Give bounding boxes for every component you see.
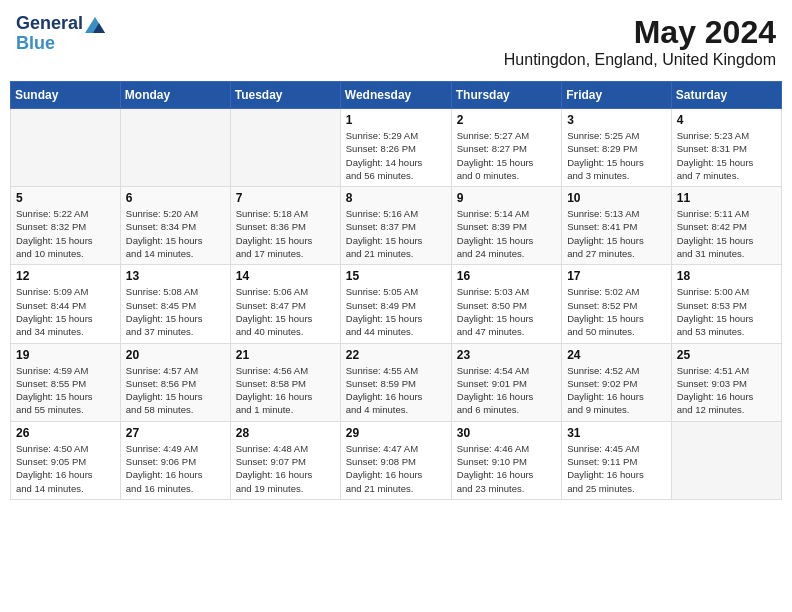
calendar-cell: 23Sunrise: 4:54 AMSunset: 9:01 PMDayligh…: [451, 343, 561, 421]
day-info: Sunrise: 5:00 AMSunset: 8:53 PMDaylight:…: [677, 285, 776, 338]
weekday-header: Thursday: [451, 82, 561, 109]
day-info: Sunrise: 5:09 AMSunset: 8:44 PMDaylight:…: [16, 285, 115, 338]
weekday-header: Wednesday: [340, 82, 451, 109]
calendar-cell: 21Sunrise: 4:56 AMSunset: 8:58 PMDayligh…: [230, 343, 340, 421]
weekday-header: Sunday: [11, 82, 121, 109]
day-number: 4: [677, 113, 776, 127]
day-number: 9: [457, 191, 556, 205]
calendar-header-row: SundayMondayTuesdayWednesdayThursdayFrid…: [11, 82, 782, 109]
day-number: 1: [346, 113, 446, 127]
day-info: Sunrise: 4:45 AMSunset: 9:11 PMDaylight:…: [567, 442, 666, 495]
day-info: Sunrise: 5:02 AMSunset: 8:52 PMDaylight:…: [567, 285, 666, 338]
calendar-table: SundayMondayTuesdayWednesdayThursdayFrid…: [10, 81, 782, 500]
calendar-cell: 3Sunrise: 5:25 AMSunset: 8:29 PMDaylight…: [562, 109, 672, 187]
logo-icon: [85, 17, 105, 33]
day-info: Sunrise: 5:25 AMSunset: 8:29 PMDaylight:…: [567, 129, 666, 182]
calendar-cell: 10Sunrise: 5:13 AMSunset: 8:41 PMDayligh…: [562, 187, 672, 265]
day-number: 30: [457, 426, 556, 440]
day-info: Sunrise: 4:56 AMSunset: 8:58 PMDaylight:…: [236, 364, 335, 417]
calendar-cell: 11Sunrise: 5:11 AMSunset: 8:42 PMDayligh…: [671, 187, 781, 265]
calendar-cell: 20Sunrise: 4:57 AMSunset: 8:56 PMDayligh…: [120, 343, 230, 421]
header-right: May 2024 Huntingdon, England, United Kin…: [504, 14, 776, 69]
day-info: Sunrise: 5:03 AMSunset: 8:50 PMDaylight:…: [457, 285, 556, 338]
day-number: 19: [16, 348, 115, 362]
calendar-cell: [11, 109, 121, 187]
day-info: Sunrise: 5:11 AMSunset: 8:42 PMDaylight:…: [677, 207, 776, 260]
logo-blue-text: Blue: [16, 34, 55, 54]
day-info: Sunrise: 4:57 AMSunset: 8:56 PMDaylight:…: [126, 364, 225, 417]
calendar-cell: 26Sunrise: 4:50 AMSunset: 9:05 PMDayligh…: [11, 421, 121, 499]
day-number: 11: [677, 191, 776, 205]
logo: General Blue: [16, 14, 105, 54]
day-info: Sunrise: 5:05 AMSunset: 8:49 PMDaylight:…: [346, 285, 446, 338]
day-number: 28: [236, 426, 335, 440]
logo-general-text: General: [16, 14, 83, 34]
weekday-header: Saturday: [671, 82, 781, 109]
day-number: 22: [346, 348, 446, 362]
day-number: 23: [457, 348, 556, 362]
calendar-cell: 2Sunrise: 5:27 AMSunset: 8:27 PMDaylight…: [451, 109, 561, 187]
day-number: 21: [236, 348, 335, 362]
calendar-cell: 30Sunrise: 4:46 AMSunset: 9:10 PMDayligh…: [451, 421, 561, 499]
day-number: 17: [567, 269, 666, 283]
calendar-week-row: 19Sunrise: 4:59 AMSunset: 8:55 PMDayligh…: [11, 343, 782, 421]
weekday-header: Monday: [120, 82, 230, 109]
day-number: 31: [567, 426, 666, 440]
day-number: 2: [457, 113, 556, 127]
day-info: Sunrise: 4:51 AMSunset: 9:03 PMDaylight:…: [677, 364, 776, 417]
calendar-week-row: 5Sunrise: 5:22 AMSunset: 8:32 PMDaylight…: [11, 187, 782, 265]
day-info: Sunrise: 4:46 AMSunset: 9:10 PMDaylight:…: [457, 442, 556, 495]
calendar-cell: 13Sunrise: 5:08 AMSunset: 8:45 PMDayligh…: [120, 265, 230, 343]
day-info: Sunrise: 5:16 AMSunset: 8:37 PMDaylight:…: [346, 207, 446, 260]
day-info: Sunrise: 5:08 AMSunset: 8:45 PMDaylight:…: [126, 285, 225, 338]
weekday-header: Friday: [562, 82, 672, 109]
weekday-row: SundayMondayTuesdayWednesdayThursdayFrid…: [11, 82, 782, 109]
day-number: 16: [457, 269, 556, 283]
day-number: 8: [346, 191, 446, 205]
day-number: 3: [567, 113, 666, 127]
day-info: Sunrise: 4:50 AMSunset: 9:05 PMDaylight:…: [16, 442, 115, 495]
day-info: Sunrise: 4:47 AMSunset: 9:08 PMDaylight:…: [346, 442, 446, 495]
day-info: Sunrise: 5:14 AMSunset: 8:39 PMDaylight:…: [457, 207, 556, 260]
day-number: 10: [567, 191, 666, 205]
calendar-week-row: 1Sunrise: 5:29 AMSunset: 8:26 PMDaylight…: [11, 109, 782, 187]
calendar-cell: 31Sunrise: 4:45 AMSunset: 9:11 PMDayligh…: [562, 421, 672, 499]
calendar-cell: 6Sunrise: 5:20 AMSunset: 8:34 PMDaylight…: [120, 187, 230, 265]
day-number: 7: [236, 191, 335, 205]
day-info: Sunrise: 5:27 AMSunset: 8:27 PMDaylight:…: [457, 129, 556, 182]
calendar-cell: 15Sunrise: 5:05 AMSunset: 8:49 PMDayligh…: [340, 265, 451, 343]
day-number: 27: [126, 426, 225, 440]
day-number: 6: [126, 191, 225, 205]
calendar-cell: 16Sunrise: 5:03 AMSunset: 8:50 PMDayligh…: [451, 265, 561, 343]
day-number: 29: [346, 426, 446, 440]
weekday-header: Tuesday: [230, 82, 340, 109]
calendar-header: General Blue May 2024 Huntingdon, Englan…: [10, 10, 782, 73]
day-number: 12: [16, 269, 115, 283]
calendar-title: May 2024: [504, 14, 776, 51]
calendar-cell: 17Sunrise: 5:02 AMSunset: 8:52 PMDayligh…: [562, 265, 672, 343]
calendar-cell: 8Sunrise: 5:16 AMSunset: 8:37 PMDaylight…: [340, 187, 451, 265]
day-number: 14: [236, 269, 335, 283]
day-info: Sunrise: 4:49 AMSunset: 9:06 PMDaylight:…: [126, 442, 225, 495]
day-info: Sunrise: 4:54 AMSunset: 9:01 PMDaylight:…: [457, 364, 556, 417]
calendar-cell: [120, 109, 230, 187]
day-info: Sunrise: 4:52 AMSunset: 9:02 PMDaylight:…: [567, 364, 666, 417]
day-info: Sunrise: 4:55 AMSunset: 8:59 PMDaylight:…: [346, 364, 446, 417]
calendar-week-row: 26Sunrise: 4:50 AMSunset: 9:05 PMDayligh…: [11, 421, 782, 499]
calendar-cell: 29Sunrise: 4:47 AMSunset: 9:08 PMDayligh…: [340, 421, 451, 499]
calendar-cell: 28Sunrise: 4:48 AMSunset: 9:07 PMDayligh…: [230, 421, 340, 499]
calendar-week-row: 12Sunrise: 5:09 AMSunset: 8:44 PMDayligh…: [11, 265, 782, 343]
calendar-cell: [671, 421, 781, 499]
calendar-cell: 18Sunrise: 5:00 AMSunset: 8:53 PMDayligh…: [671, 265, 781, 343]
day-number: 13: [126, 269, 225, 283]
calendar-cell: [230, 109, 340, 187]
day-number: 25: [677, 348, 776, 362]
day-info: Sunrise: 5:18 AMSunset: 8:36 PMDaylight:…: [236, 207, 335, 260]
day-info: Sunrise: 4:59 AMSunset: 8:55 PMDaylight:…: [16, 364, 115, 417]
calendar-cell: 7Sunrise: 5:18 AMSunset: 8:36 PMDaylight…: [230, 187, 340, 265]
calendar-cell: 4Sunrise: 5:23 AMSunset: 8:31 PMDaylight…: [671, 109, 781, 187]
day-number: 26: [16, 426, 115, 440]
day-number: 15: [346, 269, 446, 283]
calendar-cell: 25Sunrise: 4:51 AMSunset: 9:03 PMDayligh…: [671, 343, 781, 421]
calendar-cell: 9Sunrise: 5:14 AMSunset: 8:39 PMDaylight…: [451, 187, 561, 265]
